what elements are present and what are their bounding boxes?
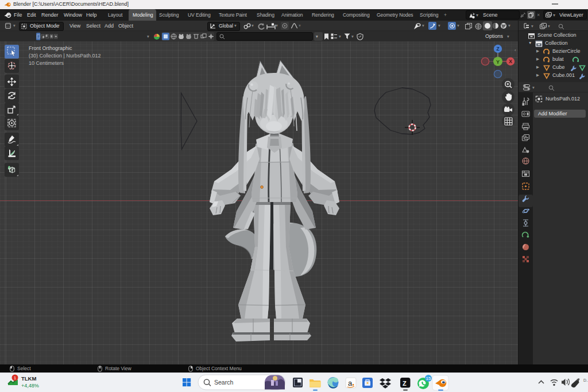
svg-text:Search: Search [214, 379, 233, 386]
svg-text:D..: D.. [583, 378, 588, 382]
svg-text:Add Modifier: Add Modifier [538, 111, 567, 117]
svg-text:Y: Y [496, 59, 500, 65]
svg-text:a: a [348, 379, 353, 387]
svg-text:NurbsPath.012: NurbsPath.012 [546, 96, 580, 102]
svg-text:15: 15 [426, 376, 431, 381]
svg-text:X: X [509, 59, 512, 64]
svg-text:Z: Z [496, 46, 499, 52]
svg-text:TLKM: TLKM [21, 375, 36, 382]
svg-text:1: 1 [14, 375, 16, 381]
svg-text:Z: Z [403, 380, 407, 387]
svg-text:+4,48%: +4,48% [21, 383, 39, 389]
